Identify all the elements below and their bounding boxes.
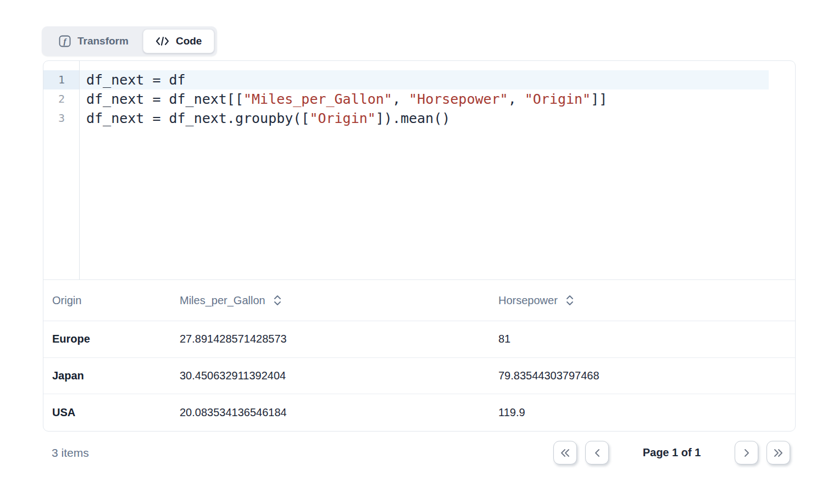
tab-code[interactable]: Code bbox=[143, 29, 215, 53]
code-line[interactable]: df_next = df bbox=[80, 70, 769, 89]
code-token: , bbox=[392, 91, 409, 107]
code-editor[interactable]: 123 df_next = dfdf_next = df_next[["Mile… bbox=[43, 61, 795, 280]
items-count: 3 items bbox=[43, 446, 89, 460]
code-line[interactable]: df_next = df_next.groupby(["Origin"]).me… bbox=[80, 109, 769, 128]
function-icon: f bbox=[59, 35, 71, 47]
code-token: ]] bbox=[591, 91, 607, 107]
code-and-result-panel: 123 df_next = dfdf_next = df_next[["Mile… bbox=[43, 60, 796, 432]
sort-updown-icon[interactable] bbox=[273, 294, 282, 306]
column-header-miles_per_gallon[interactable]: Miles_per_Gallon bbox=[171, 294, 490, 307]
page-indicator: Page 1 of 1 bbox=[617, 446, 726, 459]
cell-origin: Japan bbox=[43, 369, 171, 382]
table-row: Japan30.45063291139240479.83544303797468 bbox=[43, 358, 795, 395]
column-header-horsepower[interactable]: Horsepower bbox=[490, 294, 795, 307]
code-token: , bbox=[508, 91, 525, 107]
column-header-label: Horsepower bbox=[498, 294, 558, 307]
chevron-right-icon bbox=[743, 449, 750, 457]
table-header-row: OriginMiles_per_GallonHorsepower bbox=[43, 280, 795, 321]
view-mode-tabs: f Transform Code bbox=[42, 26, 217, 56]
page: f Transform Code 123 df_next = dfdf_next… bbox=[0, 0, 833, 504]
cell-origin: Europe bbox=[43, 333, 171, 345]
code-line[interactable]: df_next = df_next[["Miles_per_Gallon", "… bbox=[80, 89, 769, 109]
pagination: Page 1 of 1 bbox=[553, 441, 790, 464]
string-token: "Origin" bbox=[309, 110, 375, 126]
line-number: 2 bbox=[43, 89, 79, 109]
table-row: USA20.083534136546184119.9 bbox=[43, 394, 795, 431]
tab-code-label: Code bbox=[176, 35, 202, 47]
line-number: 3 bbox=[43, 109, 79, 128]
first-page-button[interactable] bbox=[553, 441, 577, 464]
table-body: Europe27.89142857142857381Japan30.450632… bbox=[43, 321, 795, 431]
string-token: "Miles_per_Gallon" bbox=[243, 91, 392, 107]
cell-origin: USA bbox=[43, 406, 171, 419]
next-page-button[interactable] bbox=[735, 441, 758, 464]
line-number: 1 bbox=[43, 70, 79, 89]
chevrons-right-icon bbox=[773, 449, 784, 457]
last-page-button[interactable] bbox=[767, 441, 790, 464]
string-token: "Horsepower" bbox=[409, 91, 508, 107]
cell-miles_per_gallon: 27.891428571428573 bbox=[171, 333, 490, 345]
svg-text:f: f bbox=[64, 37, 68, 46]
column-header-origin: Origin bbox=[43, 294, 171, 307]
cell-miles_per_gallon: 20.083534136546184 bbox=[171, 406, 490, 419]
code-content[interactable]: df_next = dfdf_next = df_next[["Miles_pe… bbox=[80, 61, 769, 279]
code-icon bbox=[156, 36, 169, 46]
line-number-gutter: 123 bbox=[43, 61, 80, 279]
sort-updown-icon[interactable] bbox=[565, 294, 574, 306]
string-token: "Origin" bbox=[525, 91, 591, 107]
code-token: df_next = df_next[[ bbox=[86, 91, 243, 107]
previous-page-button[interactable] bbox=[585, 441, 609, 464]
tab-transform[interactable]: f Transform bbox=[45, 29, 143, 53]
cell-horsepower: 79.83544303797468 bbox=[490, 369, 795, 382]
table-row: Europe27.89142857142857381 bbox=[43, 321, 795, 358]
column-header-label: Miles_per_Gallon bbox=[180, 294, 265, 307]
cell-horsepower: 81 bbox=[490, 333, 795, 345]
code-token: ]).mean() bbox=[376, 110, 450, 126]
chevron-left-icon bbox=[594, 449, 601, 457]
tab-transform-label: Transform bbox=[77, 35, 129, 47]
cell-miles_per_gallon: 30.450632911392404 bbox=[171, 369, 490, 382]
code-token: df_next = df_next.groupby([ bbox=[86, 110, 309, 126]
table-footer: 3 items Page 1 of 1 bbox=[43, 441, 790, 464]
cell-horsepower: 119.9 bbox=[490, 406, 795, 419]
column-header-label: Origin bbox=[52, 294, 81, 307]
chevrons-left-icon bbox=[560, 449, 570, 457]
code-token: df_next = df bbox=[86, 72, 186, 88]
